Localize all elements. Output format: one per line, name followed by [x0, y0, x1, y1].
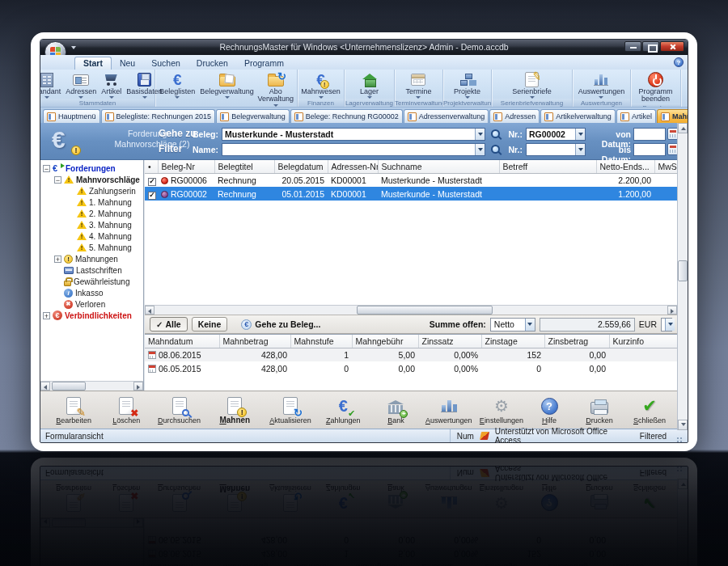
- table-row[interactable]: 06.05.2015 428,00 0 0,00 0,00% 0 0,00: [145, 361, 677, 375]
- search-icon[interactable]: [490, 144, 502, 155]
- tree-item-forderungen[interactable]: Forderungen: [40, 163, 143, 174]
- column-header-suchname[interactable]: Suchname: [378, 160, 499, 173]
- scroll-down-icon[interactable]: [678, 420, 688, 430]
- tree-item-3-mahnung[interactable]: 3. Mahnung: [40, 219, 143, 230]
- form-vertical-scrollbar[interactable]: [677, 123, 688, 430]
- column-header-zinsbetrag[interactable]: Zinsbetrag: [544, 335, 609, 348]
- scrollbar-thumb[interactable]: [52, 382, 86, 391]
- durchsuchen-button[interactable]: Durchsuchen: [154, 396, 204, 424]
- column-header-zinssatz[interactable]: Zinssatz: [418, 335, 481, 348]
- tree-item-mahnungen[interactable]: Mahnungen: [40, 253, 143, 264]
- tree-expand-icon[interactable]: [43, 312, 50, 319]
- name-filter-combobox[interactable]: [222, 143, 485, 156]
- tree-item-zahlungserinnerung[interactable]: Zahlungserin: [40, 185, 143, 196]
- office-orb-button[interactable]: [44, 41, 66, 55]
- tree-item-gewaehrleistung[interactable]: Gewährleistung: [40, 276, 143, 287]
- tab-belegliste[interactable]: Belegliste: Rechnungen 2015: [101, 109, 216, 123]
- drucken-button[interactable]: Drucken: [579, 396, 620, 424]
- tree-item-5-mahnung[interactable]: 5. Mahnung: [40, 242, 143, 253]
- scroll-right-icon[interactable]: [667, 306, 677, 315]
- goto-beleg-link[interactable]: Gehe zu Beleg...: [241, 319, 320, 330]
- scroll-up-icon[interactable]: [678, 123, 688, 133]
- tree-item-1-mahnung[interactable]: 1. Mahnung: [40, 196, 143, 208]
- search-icon[interactable]: [490, 129, 502, 140]
- column-header-beleg-nr[interactable]: Beleg-Nr: [158, 160, 214, 173]
- close-button[interactable]: [660, 41, 684, 52]
- quick-access-caret-icon[interactable]: [71, 46, 76, 49]
- aktualisieren-button[interactable]: Aktualisieren: [265, 396, 315, 424]
- column-header-zinstage[interactable]: Zinstage: [481, 335, 544, 348]
- main-horizontal-scrollbar[interactable]: [145, 305, 677, 315]
- lager-button[interactable]: Lager: [358, 70, 380, 99]
- beleg-combobox[interactable]: Musterkunde - Musterstadt: [222, 128, 485, 141]
- maximize-button[interactable]: [642, 41, 659, 52]
- column-header-mahngebuehr[interactable]: Mahngebühr: [352, 335, 418, 348]
- table-row[interactable]: RG00006 Rechnung 20.05.2015 KD00001 Must…: [145, 173, 677, 187]
- table-row-selected[interactable]: RG00002 Rechnung 05.01.2015 KD00001 Must…: [145, 187, 677, 201]
- column-header-belegdatum[interactable]: Belegdatum: [274, 160, 328, 173]
- tree-item-verbindlichkeiten[interactable]: Verbindlichkeiten: [40, 310, 143, 321]
- dropdown-arrow-icon[interactable]: [475, 144, 485, 155]
- tab-artikelverwaltung[interactable]: Artikelverwaltung: [540, 109, 616, 123]
- adressen-button[interactable]: Adressen: [64, 70, 98, 99]
- mahnwesen-button[interactable]: Mahnwesen: [299, 70, 342, 99]
- column-header-adressen-nr[interactable]: Adressen-Nr: [328, 160, 378, 173]
- tree-item-verloren[interactable]: Verloren: [40, 298, 143, 310]
- resize-grip-icon[interactable]: [675, 432, 683, 440]
- loeschen-button[interactable]: Löschen: [101, 396, 151, 424]
- von-datum-field[interactable]: [633, 128, 666, 141]
- tab-adressen[interactable]: Adressen: [489, 109, 540, 123]
- tab-belege-rechnung[interactable]: Belege: Rechnung RG00002: [290, 109, 403, 123]
- projekte-button[interactable]: Projekte: [452, 70, 482, 99]
- dropdown-arrow-icon[interactable]: [665, 319, 675, 331]
- belegverwaltung-button[interactable]: Belegverwaltung: [198, 70, 256, 99]
- mahnen-button[interactable]: Mahnen: [207, 395, 263, 424]
- column-header-mahnstufe[interactable]: Mahnstufe: [290, 335, 352, 348]
- tree-item-mahnvorschlaege[interactable]: Mahnvorschläge: [40, 174, 143, 185]
- artikel-button[interactable]: Artikel: [99, 70, 123, 99]
- filtered-indicator[interactable]: Filtered: [640, 432, 667, 441]
- bank-button[interactable]: Bank: [370, 396, 421, 424]
- dropdown-arrow-icon[interactable]: [525, 319, 535, 331]
- title-bar[interactable]: RechnungsMaster für Windows <Unternehmen…: [40, 40, 688, 55]
- scroll-left-icon[interactable]: [40, 382, 50, 391]
- tree-horizontal-scrollbar[interactable]: [40, 381, 143, 391]
- column-header-mahndatum[interactable]: Mahndatum: [145, 335, 219, 348]
- tree-item-lastschriften[interactable]: Lastschriften: [40, 264, 143, 276]
- tree-collapse-icon[interactable]: [54, 176, 61, 184]
- tree-item-4-mahnung[interactable]: 4. Mahnung: [40, 230, 143, 242]
- nr-combobox[interactable]: RG00002: [526, 128, 586, 141]
- dropdown-arrow-icon[interactable]: [575, 129, 585, 140]
- scrollbar-thumb[interactable]: [678, 260, 688, 281]
- schliessen-button[interactable]: Schließen: [629, 396, 670, 424]
- scroll-right-icon[interactable]: [133, 382, 143, 391]
- programm-beenden-button[interactable]: Programm beenden: [634, 70, 678, 103]
- einstellungen-button[interactable]: Einstellungen: [476, 396, 527, 424]
- tree-item-2-mahnung[interactable]: 2. Mahnung: [40, 208, 143, 219]
- dropdown-arrow-icon[interactable]: [575, 144, 585, 155]
- column-header-belegtitel[interactable]: Belegtitel: [214, 160, 274, 173]
- tab-belegverwaltung[interactable]: Belegverwaltung: [216, 109, 290, 123]
- tree-collapse-icon[interactable]: [43, 165, 50, 172]
- mandant-button[interactable]: Mandant: [40, 70, 62, 99]
- auswertungen-button[interactable]: Auswertungen: [577, 70, 627, 99]
- ribbon-tab-programm[interactable]: Programm: [236, 57, 292, 70]
- scroll-left-icon[interactable]: [145, 306, 154, 315]
- row-checkbox[interactable]: [148, 178, 156, 186]
- minimize-button[interactable]: [624, 41, 641, 52]
- abo-verwaltung-button[interactable]: Abo Verwaltung: [257, 70, 294, 107]
- ribbon-tab-suchen[interactable]: Suchen: [143, 57, 188, 70]
- column-header-mwst[interactable]: MwSt-B: [654, 160, 677, 173]
- row-checkbox[interactable]: [148, 192, 156, 200]
- column-header-betreff[interactable]: Betreff: [499, 160, 596, 173]
- netto-select[interactable]: Netto: [490, 318, 535, 332]
- ribbon-tab-neu[interactable]: Neu: [112, 57, 143, 70]
- zahlungen-button[interactable]: Zahlungen: [318, 396, 368, 424]
- tree-expand-icon[interactable]: [54, 256, 61, 263]
- beleglisten-button[interactable]: Beleglisten: [158, 70, 197, 99]
- auswertungen-toolbar-button[interactable]: Auswertungen: [424, 396, 474, 424]
- tab-mahnwesen[interactable]: Mahnwesen: [657, 109, 688, 123]
- tab-adressenverwaltung[interactable]: Adressenverwaltung: [404, 109, 489, 123]
- dropdown-arrow-icon[interactable]: [475, 129, 485, 140]
- hilfe-button[interactable]: Hilfe: [529, 396, 569, 424]
